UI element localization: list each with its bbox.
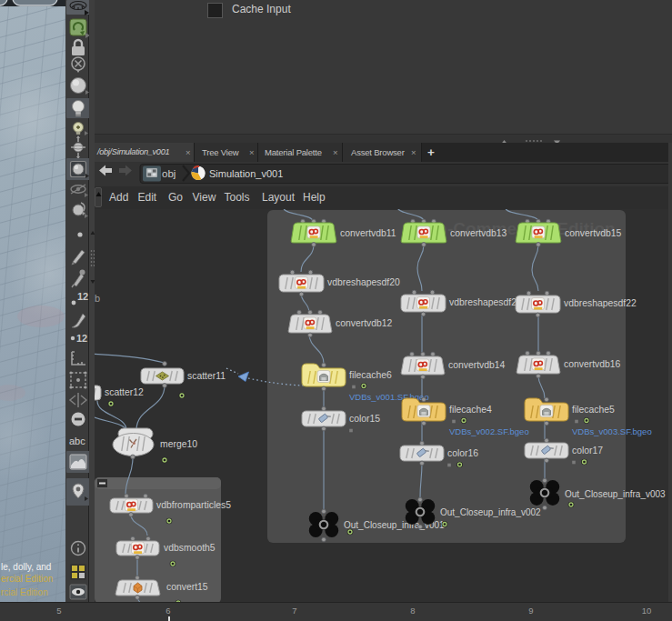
svg-text:color15: color15 — [349, 414, 380, 424]
svg-text:b: b — [95, 293, 100, 304]
svg-text:color17: color17 — [572, 446, 603, 456]
svg-text:ercial Edition: ercial Edition — [1, 574, 53, 584]
svg-text:convertvdb14: convertvdb14 — [448, 360, 506, 370]
svg-text:convertvdb16: convertvdb16 — [564, 359, 621, 369]
svg-text:vdbreshapesdf22: vdbreshapesdf22 — [564, 298, 637, 308]
svg-text:Simulation_v001: Simulation_v001 — [209, 168, 283, 179]
svg-text:vdbfromparticles5: vdbfromparticles5 — [156, 500, 231, 510]
svg-text:12: 12 — [77, 291, 88, 302]
svg-text:scatter12: scatter12 — [105, 387, 144, 397]
svg-text:VDBs_v003.SF.bgeo: VDBs_v003.SF.bgeo — [572, 426, 652, 436]
svg-text:le, dolly, and: le, dolly, and — [1, 562, 51, 572]
svg-text:convert15: convert15 — [166, 582, 208, 592]
svg-text:vdbreshapesdf21: vdbreshapesdf21 — [449, 297, 522, 307]
svg-text:filecache5: filecache5 — [572, 405, 615, 415]
svg-text:vdbreshapesdf20: vdbreshapesdf20 — [327, 277, 400, 287]
svg-text:Out_Closeup_infra_v003: Out_Closeup_infra_v003 — [565, 489, 666, 499]
svg-text:convertvdb15: convertvdb15 — [565, 228, 622, 238]
svg-text:convertvdb12: convertvdb12 — [336, 318, 393, 328]
svg-text:obj: obj — [162, 168, 176, 179]
svg-text:VDBs_v002.SF.bgeo: VDBs_v002.SF.bgeo — [449, 426, 529, 436]
svg-text:filecache4: filecache4 — [449, 405, 492, 415]
svg-text:color16: color16 — [447, 448, 478, 458]
svg-text:vdbsmooth5: vdbsmooth5 — [164, 543, 216, 553]
svg-text:convertvdb13: convertvdb13 — [450, 228, 507, 238]
svg-text:Out_Closeup_infra_v002: Out_Closeup_infra_v002 — [440, 507, 541, 517]
svg-text:filecache6: filecache6 — [349, 370, 392, 380]
svg-text:12: 12 — [76, 333, 87, 344]
svg-text:rcial Edition: rcial Edition — [1, 587, 48, 597]
svg-text:abc: abc — [69, 436, 85, 446]
svg-text:convertvdb11: convertvdb11 — [340, 228, 396, 238]
svg-text:scatter11: scatter11 — [187, 371, 226, 381]
svg-text:merge10: merge10 — [160, 439, 197, 449]
